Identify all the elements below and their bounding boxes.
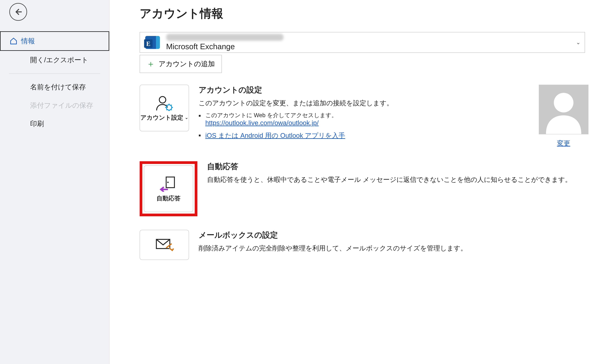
account-settings-desc: このアカウントの設定を変更、または追加の接続を設定します。 — [199, 98, 527, 108]
sidebar-item-info[interactable]: 情報 — [0, 31, 109, 51]
auto-reply-tile[interactable]: 自動応答 — [144, 165, 193, 212]
plus-icon: ＋ — [147, 58, 155, 70]
account-selector[interactable]: E Microsoft Exchange ⌄ — [140, 32, 585, 53]
svg-line-10 — [171, 109, 172, 110]
svg-point-16 — [167, 182, 169, 183]
sidebar-item-open-export[interactable]: 開く/エクスポート — [0, 51, 109, 69]
sidebar-label-print: 印刷 — [30, 119, 44, 128]
envelope-broom-icon — [154, 236, 174, 253]
mailbox-title: メールボックスの設定 — [199, 230, 589, 240]
auto-reply-highlight: 自動応答 — [140, 161, 197, 216]
caret-down-icon: ⌄ — [185, 115, 188, 120]
avatar-placeholder-icon — [539, 85, 588, 134]
svg-text:E: E — [146, 40, 150, 47]
svg-point-3 — [159, 96, 166, 103]
sidebar-item-save-as[interactable]: 名前を付けて保存 — [0, 78, 109, 96]
door-reply-icon — [159, 175, 178, 192]
auto-reply-title: 自動応答 — [207, 161, 589, 172]
add-account-label: アカウントの追加 — [159, 59, 215, 69]
sidebar-item-save-attachments: 添付ファイルの保存 — [0, 96, 109, 115]
account-type: Microsoft Exchange — [166, 42, 283, 51]
back-button[interactable] — [9, 3, 27, 21]
sidebar-label-save-attachments: 添付ファイルの保存 — [30, 101, 93, 110]
auto-reply-tile-label: 自動応答 — [156, 194, 181, 203]
sidebar-label-save-as: 名前を付けて保存 — [30, 82, 86, 92]
sidebar-divider — [9, 73, 100, 74]
home-icon — [10, 37, 17, 45]
auto-reply-desc: 自動応答を使うと、休暇中であることや電子メール メッセージに返信できないことを他… — [207, 174, 589, 185]
profile-avatar — [539, 85, 589, 134]
mobile-app-link[interactable]: iOS または Android 用の Outlook アプリを入手 — [205, 131, 345, 140]
add-account-button[interactable]: ＋ アカウントの追加 — [140, 55, 222, 73]
sidebar-item-print[interactable]: 印刷 — [0, 115, 109, 133]
chevron-down-icon: ⌄ — [576, 39, 580, 46]
arrow-left-icon — [14, 8, 22, 16]
svg-point-14 — [554, 93, 573, 112]
account-email-redacted — [166, 34, 283, 41]
settings-bullet1-text: このアカウントに Web を介してアクセスします。 — [205, 111, 337, 119]
mailbox-settings-tile[interactable] — [140, 230, 189, 260]
exchange-icon: E — [144, 34, 161, 51]
page-title: アカウント情報 — [140, 6, 589, 21]
owa-link[interactable]: https://outlook.live.com/owa/outlook.jp/ — [205, 119, 319, 127]
sidebar-label-open-export: 開く/エクスポート — [30, 55, 88, 65]
account-settings-title: アカウントの設定 — [199, 85, 527, 95]
svg-line-11 — [166, 109, 167, 110]
account-settings-tile[interactable]: アカウント設定 ⌄ — [140, 85, 189, 131]
mailbox-desc: 削除済みアイテムの完全削除や整理を利用して、メールボックスのサイズを管理します。 — [199, 243, 589, 253]
person-gear-icon — [154, 95, 174, 111]
sidebar-label-info: 情報 — [21, 36, 35, 46]
account-settings-tile-label: アカウント設定 — [140, 113, 183, 122]
change-avatar-link[interactable]: 変更 — [557, 139, 570, 148]
svg-line-12 — [171, 105, 172, 106]
svg-line-9 — [166, 105, 167, 106]
